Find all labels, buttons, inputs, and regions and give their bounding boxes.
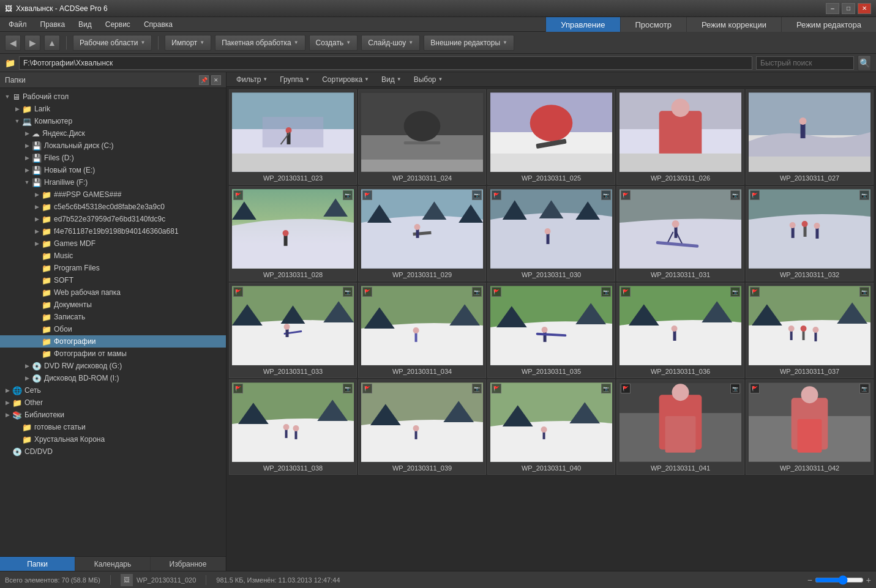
tree-expand-new-e[interactable]: ▶ — [22, 165, 32, 175]
menu-service[interactable]: Сервис — [99, 19, 137, 30]
thumb-030[interactable]: 🚩 📷 WP_20130311_030 — [487, 186, 615, 281]
external-editors-button[interactable]: Внешние редакторы ▼ — [424, 35, 514, 51]
menu-edit[interactable]: Правка — [34, 19, 72, 30]
tree-item-cd-dvd[interactable]: 💿 CD/DVD — [0, 445, 226, 458]
thumb-029[interactable]: 🚩 📷 WP_20130311_029 — [358, 186, 486, 281]
tree-item-documents[interactable]: 📁 Документы — [0, 299, 226, 311]
tree-item-network[interactable]: ▶ 🌐 Сеть — [0, 384, 226, 396]
thumb-042[interactable]: 🚩 📷 WP_20130311_042 — [746, 379, 874, 475]
tree-item-other[interactable]: ▶ 📁 Other — [0, 396, 226, 409]
tree-item-local-c[interactable]: ▶ 💾 Локальный диск (C:) — [0, 140, 226, 152]
thumb-037[interactable]: 🚩 📷 WP_20130311_037 — [746, 283, 874, 378]
tree-expand-network[interactable]: ▶ — [2, 385, 12, 395]
tree-expand-photos-mom[interactable] — [32, 349, 42, 359]
tree-expand-documents[interactable] — [32, 300, 42, 310]
path-input[interactable] — [19, 56, 752, 70]
sidebar-tab-favorites[interactable]: Избранное — [151, 557, 226, 571]
sidebar-tab-calendar[interactable]: Календарь — [75, 557, 151, 571]
toolbar-up-button[interactable]: ▲ — [44, 35, 60, 51]
search-button[interactable]: 🔍 — [858, 55, 871, 71]
tree-expand-soft[interactable] — [32, 275, 42, 285]
slideshow-button[interactable]: Слайд-шоу ▼ — [361, 35, 420, 51]
sidebar-tab-folders[interactable]: Папки — [0, 557, 75, 571]
tree-item-program-files[interactable]: 📁 Program Files — [0, 262, 226, 274]
thumb-041[interactable]: 🚩 📷 WP_20130311_041 — [616, 379, 744, 475]
tree-expand-crystal-crown[interactable] — [12, 434, 22, 444]
tree-expand-larik[interactable]: ▶ — [12, 104, 22, 114]
tab-editor[interactable]: Режим редактора — [781, 17, 876, 32]
tree-item-music[interactable]: 📁 Music — [0, 250, 226, 262]
tree-item-libraries[interactable]: ▶ 📚 Библиотеки — [0, 409, 226, 421]
tree-item-photos[interactable]: 📁 Фотографии — [0, 335, 226, 348]
tree-item-larik[interactable]: ▶ 📁 Larik — [0, 103, 226, 115]
view-button[interactable]: Вид ▼ — [376, 74, 406, 85]
thumb-024[interactable]: WP_20130311_024 — [358, 89, 486, 185]
import-button[interactable]: Импорт ▼ — [165, 35, 211, 51]
tree-expand-local-c[interactable]: ▶ — [22, 141, 32, 151]
thumb-025[interactable]: WP_20130311_025 — [487, 89, 615, 185]
tree-expand-computer[interactable]: ▼ — [12, 116, 22, 126]
tree-item-c5e5[interactable]: ▶ 📁 c5e5c6b45318ec0d8fabe2e3a9c0 — [0, 201, 226, 213]
thumb-023[interactable]: WP_20130311_023 — [229, 89, 357, 185]
tree-expand-desktop[interactable]: ▼ — [2, 92, 12, 102]
tree-expand-dvd-g[interactable]: ▶ — [22, 361, 32, 371]
thumb-031[interactable]: 🚩 📷 WP_20130311_031 — [616, 186, 744, 281]
thumb-038[interactable]: 🚩 📷 WP_20130311_038 — [229, 379, 357, 475]
tree-item-desktop[interactable]: ▼ 🖥 Рабочий стол — [0, 91, 226, 103]
tree-expand-music[interactable] — [32, 251, 42, 261]
tab-preview[interactable]: Просмотр — [620, 17, 686, 32]
sidebar-pin-button[interactable]: 📌 — [199, 75, 209, 85]
create-button[interactable]: Создать ▼ — [309, 35, 358, 51]
tree-item-files-d[interactable]: ▶ 💾 Files (D:) — [0, 152, 226, 164]
sidebar-close-button[interactable]: ✕ — [211, 75, 221, 85]
tree-item-f4e7[interactable]: ▶ 📁 f4e761187e19b9198b940146360a681 — [0, 225, 226, 237]
thumb-033[interactable]: 🚩 📷 WP_20130311_033 — [229, 283, 357, 378]
tree-expand-wallpapers[interactable] — [32, 324, 42, 334]
tree-item-bd-i[interactable]: ▶ 💿 Дисковод BD-ROM (I:) — [0, 372, 226, 384]
menu-view[interactable]: Вид — [72, 19, 98, 30]
maximize-button[interactable]: □ — [842, 3, 855, 14]
tree-item-hraniliwe-f[interactable]: ▼ 💾 Hraniliwe (F:) — [0, 176, 226, 188]
tree-expand-games-mdf[interactable]: ▶ — [32, 239, 42, 248]
thumb-035[interactable]: 🚩 📷 WP_20130311_035 — [487, 283, 615, 378]
tree-item-yandex[interactable]: ▶ ☁ Яндекс.Диск — [0, 127, 226, 140]
tree-item-computer[interactable]: ▼ 💻 Компьютер — [0, 115, 226, 127]
tree-item-new-e[interactable]: ▶ 💾 Новый том (E:) — [0, 164, 226, 176]
thumb-027[interactable]: WP_20130311_027 — [746, 89, 874, 185]
workspaces-button[interactable]: Рабочие области ▼ — [73, 35, 152, 51]
close-button[interactable]: ✕ — [858, 3, 871, 14]
sort-button[interactable]: Сортировка ▼ — [317, 74, 374, 85]
tree-expand-bd-i[interactable]: ▶ — [22, 373, 32, 383]
tree-item-photos-mom[interactable]: 📁 Фотографии от мамы — [0, 348, 226, 360]
menu-help[interactable]: Справка — [138, 19, 179, 30]
tab-correct[interactable]: Режим коррекции — [686, 17, 781, 32]
thumb-032[interactable]: 🚩 📷 WP_20130311_032 — [746, 186, 874, 281]
tree-expand-yandex[interactable]: ▶ — [22, 128, 32, 138]
batch-button[interactable]: Пакетная обработка ▼ — [215, 35, 305, 51]
tree-expand-program-files[interactable] — [32, 263, 42, 273]
tree-expand-photos[interactable] — [32, 337, 42, 346]
thumb-034[interactable]: 🚩 📷 WP_20130311_034 — [358, 283, 486, 378]
tree-item-ready-articles[interactable]: 📁 готовые статьи — [0, 421, 226, 433]
thumb-039[interactable]: 🚩 📷 WP_20130311_039 — [358, 379, 486, 475]
tree-item-ed7b[interactable]: ▶ 📁 ed7b522e37959d7e6bd3140fdc9c — [0, 213, 226, 225]
thumb-036[interactable]: 🚩 📷 WP_20130311_036 — [616, 283, 744, 378]
tree-item-psp[interactable]: ▶ 📁 ###PSP GAMES### — [0, 188, 226, 201]
tree-expand-cd-dvd[interactable] — [2, 447, 12, 456]
filter-button[interactable]: Фильтр ▼ — [231, 74, 272, 85]
toolbar-back-button[interactable]: ◀ — [5, 35, 21, 51]
tree-item-wallpapers[interactable]: 📁 Обои — [0, 323, 226, 335]
tree-expand-hraniliwe-f[interactable]: ▼ — [22, 177, 32, 187]
tree-item-zapisat[interactable]: 📁 Записать — [0, 311, 226, 323]
tree-item-crystal-crown[interactable]: 📁 Хрустальная Корона — [0, 433, 226, 445]
thumb-028[interactable]: 🚩 📷 WP_20130311_028 — [229, 186, 357, 281]
tree-expand-psp[interactable]: ▶ — [32, 190, 42, 199]
group-button[interactable]: Группа ▼ — [275, 74, 315, 85]
tree-item-soft[interactable]: 📁 SOFT — [0, 274, 226, 286]
tree-expand-ready-articles[interactable] — [12, 422, 22, 432]
tree-item-web-folder[interactable]: 📁 Web рабочая папка — [0, 286, 226, 299]
toolbar-forward-button[interactable]: ▶ — [24, 35, 40, 51]
select-button[interactable]: Выбор ▼ — [409, 74, 448, 85]
tree-expand-other[interactable]: ▶ — [2, 398, 12, 408]
tab-manage[interactable]: Управление — [545, 17, 620, 32]
